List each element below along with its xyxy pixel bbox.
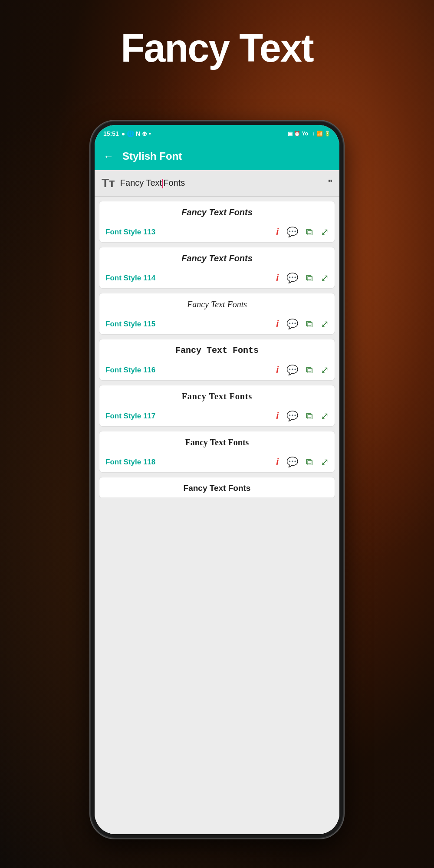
status-battery-icons: ▣ ⏰ Yo ↑↓ 📶 🔋 — [288, 131, 331, 137]
font-actions-115: Font Style 115 i 💬 ⧉ ⤢ — [99, 314, 335, 334]
info-button-118[interactable]: i — [276, 457, 279, 468]
font-card-118: Fancy Text Fonts Font Style 118 i 💬 ⧉ ⤢ — [99, 431, 335, 473]
info-button-117[interactable]: i — [276, 411, 279, 422]
font-actions-117: Font Style 117 i 💬 ⧉ ⤢ — [99, 406, 335, 426]
phone-screen: 15:51 ● 🌐 N ⊕ • ▣ ⏰ Yo ↑↓ 📶 🔋 ← Stylish … — [95, 125, 339, 834]
input-text-before: Fancy Text — [120, 178, 162, 187]
whatsapp-button-118[interactable]: 💬 — [286, 457, 298, 468]
font-card-113: Fancy Text Fonts Font Style 113 i 💬 ⧉ ⤢ — [99, 201, 335, 243]
info-button-116[interactable]: i — [276, 365, 279, 376]
whatsapp-button-117[interactable]: 💬 — [286, 411, 298, 422]
app-bar: ← Stylish Font — [95, 142, 339, 170]
copy-button-115[interactable]: ⧉ — [306, 319, 313, 330]
action-icons-114: i 💬 ⧉ ⤢ — [276, 273, 329, 284]
font-actions-116: Font Style 116 i 💬 ⧉ ⤢ — [99, 360, 335, 380]
action-icons-118: i 💬 ⧉ ⤢ — [276, 457, 329, 468]
copy-button-117[interactable]: ⧉ — [306, 411, 313, 422]
font-card-114: Fancy Text Fonts Font Style 114 i 💬 ⧉ ⤢ — [99, 247, 335, 289]
action-icons-117: i 💬 ⧉ ⤢ — [276, 411, 329, 422]
font-actions-118: Font Style 118 i 💬 ⧉ ⤢ — [99, 452, 335, 472]
action-icons-113: i 💬 ⧉ ⤢ — [276, 227, 329, 238]
font-style-label-113: Font Style 113 — [105, 228, 276, 237]
font-style-label-114: Font Style 114 — [105, 274, 276, 283]
app-bar-title: Stylish Font — [122, 150, 182, 162]
quote-button[interactable]: " — [328, 178, 332, 189]
phone-frame: 15:51 ● 🌐 N ⊕ • ▣ ⏰ Yo ↑↓ 📶 🔋 ← Stylish … — [91, 122, 343, 838]
text-size-icon: Tт — [102, 176, 115, 190]
status-bar-left: 15:51 ● 🌐 N ⊕ • — [103, 130, 151, 137]
font-actions-113: Font Style 113 i 💬 ⧉ ⤢ — [99, 222, 335, 242]
share-button-115[interactable]: ⤢ — [321, 319, 329, 330]
action-icons-116: i 💬 ⧉ ⤢ — [276, 365, 329, 376]
font-style-label-116: Font Style 116 — [105, 366, 276, 375]
action-icons-115: i 💬 ⧉ ⤢ — [276, 319, 329, 330]
font-card-116: Fancy Text Fonts Font Style 116 i 💬 ⧉ ⤢ — [99, 339, 335, 381]
font-preview-119: Fancy Text Fonts — [99, 477, 335, 498]
status-time: 15:51 — [103, 130, 119, 137]
whatsapp-button-114[interactable]: 💬 — [286, 273, 298, 284]
font-card-119: Fancy Text Fonts — [99, 477, 335, 498]
status-icons: ● 🌐 N ⊕ • — [122, 130, 151, 137]
font-preview-117: Fancy Text Fonts — [99, 385, 335, 406]
font-preview-113: Fancy Text Fonts — [99, 201, 335, 222]
font-preview-116: Fancy Text Fonts — [99, 339, 335, 360]
share-button-118[interactable]: ⤢ — [321, 457, 329, 468]
input-text-after: Fonts — [163, 178, 185, 187]
font-card-115: Fancy Text Fonts Font Style 115 i 💬 ⧉ ⤢ — [99, 293, 335, 335]
copy-button-114[interactable]: ⧉ — [306, 273, 313, 284]
copy-button-118[interactable]: ⧉ — [306, 457, 313, 468]
hero-title: Fancy Text — [0, 26, 434, 71]
info-button-113[interactable]: i — [276, 227, 279, 238]
share-button-114[interactable]: ⤢ — [321, 273, 329, 284]
share-button-113[interactable]: ⤢ — [321, 227, 329, 238]
copy-button-116[interactable]: ⧉ — [306, 365, 313, 376]
share-button-117[interactable]: ⤢ — [321, 411, 329, 422]
whatsapp-button-115[interactable]: 💬 — [286, 319, 298, 330]
font-style-label-118: Font Style 118 — [105, 458, 276, 467]
font-preview-114: Fancy Text Fonts — [99, 247, 335, 268]
input-row[interactable]: Tт Fancy TextFonts " — [95, 170, 339, 197]
back-button[interactable]: ← — [103, 150, 114, 162]
font-style-label-117: Font Style 117 — [105, 412, 276, 421]
font-preview-115: Fancy Text Fonts — [99, 293, 335, 314]
text-input[interactable]: Fancy TextFonts — [120, 178, 323, 188]
font-style-label-115: Font Style 115 — [105, 320, 276, 329]
info-button-115[interactable]: i — [276, 319, 279, 330]
screen-content: Tт Fancy TextFonts " Fancy Text Fonts Fo… — [95, 170, 339, 834]
whatsapp-button-113[interactable]: 💬 — [286, 227, 298, 238]
status-bar-right: ▣ ⏰ Yo ↑↓ 📶 🔋 — [288, 131, 331, 137]
font-card-117: Fancy Text Fonts Font Style 117 i 💬 ⧉ ⤢ — [99, 385, 335, 427]
font-preview-118: Fancy Text Fonts — [99, 431, 335, 452]
share-button-116[interactable]: ⤢ — [321, 365, 329, 376]
copy-button-113[interactable]: ⧉ — [306, 227, 313, 238]
whatsapp-button-116[interactable]: 💬 — [286, 365, 298, 376]
info-button-114[interactable]: i — [276, 273, 279, 284]
font-actions-114: Font Style 114 i 💬 ⧉ ⤢ — [99, 268, 335, 288]
status-bar: 15:51 ● 🌐 N ⊕ • ▣ ⏰ Yo ↑↓ 📶 🔋 — [95, 125, 339, 142]
